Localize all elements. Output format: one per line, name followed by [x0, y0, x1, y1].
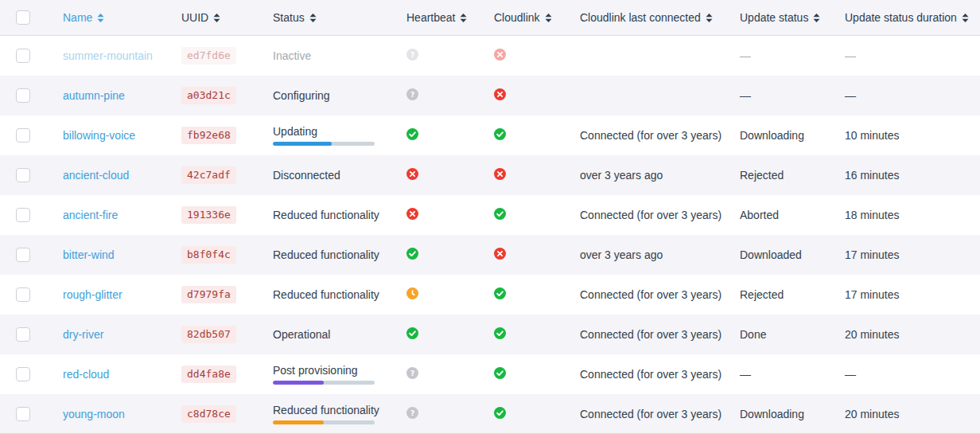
uuid-cell: dd4fa8e: [181, 366, 273, 383]
row-checkbox[interactable]: [16, 88, 30, 103]
cloudlink-cell: [494, 407, 580, 421]
table-row: autumn-pinea03d21cConfiguring?——: [0, 76, 980, 115]
column-header-name[interactable]: Name: [63, 11, 181, 24]
update-status-cell: Downloading: [740, 129, 845, 142]
controller-name-link[interactable]: summer-mountain: [63, 49, 153, 62]
update-status-text: Downloaded: [740, 248, 802, 261]
svg-text:?: ?: [410, 369, 414, 377]
cloudlink-last-connected-text: Connected (for over 3 years): [580, 328, 721, 341]
name-cell: ancient-fire: [63, 209, 181, 221]
controller-name-link[interactable]: ancient-cloud: [63, 169, 129, 182]
controller-name-link[interactable]: billowing-voice: [63, 129, 135, 142]
update-status-duration-cell: 16 minutes: [845, 169, 980, 182]
controller-name-link[interactable]: rough-glitter: [63, 288, 122, 301]
controller-name-link[interactable]: ancient-fire: [63, 209, 118, 221]
uuid-cell: c8d78ce: [181, 405, 273, 423]
error-icon: [494, 88, 506, 100]
status-text: Reduced functionality: [273, 209, 406, 221]
status-text: Reduced functionality: [273, 248, 406, 261]
update-status-duration-cell: 10 minutes: [845, 129, 980, 142]
row-checkbox[interactable]: [16, 327, 30, 342]
update-status-text: Done: [740, 328, 766, 341]
heartbeat-cell: [406, 327, 494, 342]
column-header-update-status-duration[interactable]: Update status duration: [845, 11, 980, 24]
update-status-cell: Done: [740, 328, 845, 341]
cloudlink-last-connected-text: Connected (for over 3 years): [580, 209, 721, 221]
row-checkbox[interactable]: [16, 248, 30, 262]
column-label: Update status: [740, 11, 808, 24]
column-header-update-status[interactable]: Update status: [740, 11, 845, 24]
controller-name-link[interactable]: red-cloud: [63, 368, 109, 381]
status-progress-fill: [273, 420, 324, 424]
uuid-cell: b8f0f4c: [181, 246, 273, 264]
row-checkbox[interactable]: [16, 287, 30, 302]
name-cell: summer-mountain: [63, 49, 181, 62]
heartbeat-cell: ?: [406, 88, 494, 103]
name-cell: billowing-voice: [63, 129, 181, 142]
status-cell: Configuring: [273, 89, 406, 102]
update-status-duration-cell: 20 minutes: [845, 328, 980, 341]
name-cell: ancient-cloud: [63, 169, 181, 182]
row-checkbox[interactable]: [16, 367, 30, 381]
success-icon: [406, 128, 418, 140]
success-icon: [494, 327, 506, 339]
column-header-cloudlink[interactable]: Cloudlink: [494, 11, 580, 24]
heartbeat-cell: ?: [406, 49, 494, 63]
column-header-cloudlink-last-connected[interactable]: Cloudlink last connected: [580, 11, 740, 24]
select-cell: [0, 168, 63, 182]
controller-name-link[interactable]: autumn-pine: [63, 89, 125, 102]
cloudlink-last-connected-cell: over 3 years ago: [580, 248, 740, 261]
uuid-cell: d7979fa: [181, 286, 273, 303]
cloudlink-last-connected-text: Connected (for over 3 years): [580, 368, 721, 381]
select-all-cell: [0, 10, 63, 25]
controller-name-link[interactable]: bitter-wind: [63, 248, 115, 261]
update-status-duration-text: 18 minutes: [845, 209, 899, 221]
row-checkbox[interactable]: [16, 407, 30, 421]
update-status-duration-text: —: [845, 368, 856, 381]
row-checkbox[interactable]: [16, 128, 30, 143]
column-header-heartbeat[interactable]: Heartbeat: [406, 11, 494, 24]
update-status-text: —: [740, 49, 751, 62]
error-icon: [494, 248, 506, 260]
table-header: Name UUID Status Heartbeat Cloudlink Clo…: [0, 0, 980, 36]
row-checkbox[interactable]: [16, 208, 30, 222]
uuid-badge: c8d78ce: [181, 405, 236, 423]
cloudlink-cell: [494, 327, 580, 342]
row-checkbox[interactable]: [16, 168, 30, 182]
update-status-duration-text: 10 minutes: [845, 129, 899, 142]
cloudlink-cell: [494, 128, 580, 143]
success-icon: [494, 407, 506, 419]
success-icon: [494, 367, 506, 379]
update-status-duration-text: 17 minutes: [845, 248, 899, 261]
table-row: bitter-windb8f0f4cReduced functionalityo…: [0, 235, 980, 275]
controller-name-link[interactable]: young-moon: [63, 408, 125, 420]
column-label: Cloudlink: [494, 11, 540, 24]
select-all-checkbox[interactable]: [16, 10, 30, 25]
table-body: summer-mountained7fd6eInactive?——autumn-…: [0, 36, 980, 434]
status-text: Operational: [273, 328, 406, 341]
column-header-status[interactable]: Status: [273, 11, 406, 24]
update-status-duration-text: 16 minutes: [845, 169, 899, 182]
update-status-duration-text: —: [845, 89, 856, 102]
column-label: UUID: [181, 11, 208, 24]
uuid-cell: ed7fd6e: [181, 47, 273, 65]
sort-icon: [97, 14, 104, 22]
name-cell: dry-river: [63, 328, 181, 341]
update-status-duration-cell: —: [845, 49, 980, 62]
uuid-badge: 82db507: [181, 326, 236, 343]
update-status-text: Downloading: [740, 408, 804, 420]
table-row: ancient-cloud42c7adfDisconnectedover 3 y…: [0, 155, 980, 195]
uuid-cell: a03d21c: [181, 87, 273, 104]
update-status-cell: Rejected: [740, 169, 845, 182]
error-icon: [406, 208, 418, 220]
column-label: Name: [63, 11, 92, 24]
uuid-cell: 42c7adf: [181, 166, 273, 184]
controller-name-link[interactable]: dry-river: [63, 328, 103, 341]
sort-icon: [213, 14, 220, 22]
error-icon: [494, 49, 506, 61]
success-icon: [494, 287, 506, 299]
column-header-uuid[interactable]: UUID: [181, 11, 273, 24]
row-checkbox[interactable]: [16, 49, 30, 63]
cloudlink-cell: [494, 49, 580, 63]
table-row: rough-glitterd7979faReduced functionalit…: [0, 275, 980, 315]
